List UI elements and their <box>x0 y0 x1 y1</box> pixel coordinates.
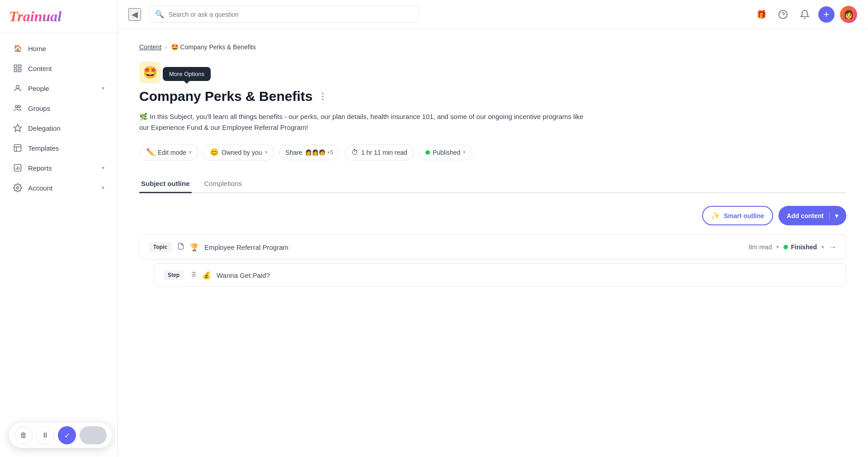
sidebar-label-delegation: Delegation <box>28 124 104 132</box>
smart-outline-label: Smart outline <box>724 212 764 219</box>
tabs: Subject outline Completions <box>139 175 846 193</box>
step-emoji: 💰 <box>202 271 211 280</box>
sidebar-item-content[interactable]: Content <box>4 59 113 78</box>
owned-by-button[interactable]: 😊 Owned by you ▾ <box>203 144 274 161</box>
status-chevron-icon: ▾ <box>463 149 466 155</box>
button-divider <box>829 212 830 219</box>
logo-text: Trainual <box>9 8 61 24</box>
people-icon <box>13 83 23 93</box>
tab-subject-outline[interactable]: Subject outline <box>139 175 192 193</box>
sidebar-item-home[interactable]: 🏠 Home <box>4 39 113 58</box>
file-icon <box>177 243 184 252</box>
add-content-chevron-icon: ▾ <box>835 212 838 219</box>
read-time-label: 1 hr 11 min read <box>361 149 407 156</box>
sidebar-item-reports[interactable]: Reports ▾ <box>4 158 113 177</box>
subject-toolbar: ✏️ Edit mode ▾ 😊 Owned by you ▾ Share 👩👩… <box>139 144 846 161</box>
edit-mode-button[interactable]: ✏️ Edit mode ▾ <box>139 144 198 161</box>
more-options-button[interactable] <box>318 91 328 101</box>
breadcrumb-parent[interactable]: Content <box>139 43 161 51</box>
topic-title: Employee Referral Program <box>204 243 288 251</box>
content-icon <box>13 63 23 73</box>
chevron-down-icon-account: ▾ <box>102 185 104 191</box>
owned-by-chevron-icon: ▾ <box>265 149 268 155</box>
notifications-button[interactable] <box>797 6 813 23</box>
smart-outline-button[interactable]: ✨ Smart outline <box>702 206 773 225</box>
add-content-button[interactable]: Add content ▾ <box>778 206 846 225</box>
finished-dot-icon <box>783 245 788 249</box>
sidebar-item-templates[interactable]: Templates <box>4 138 113 157</box>
gift-button[interactable]: 🎁 <box>753 6 769 23</box>
share-button[interactable]: Share 👩👩🧑 +5 <box>279 145 340 160</box>
status-button[interactable]: Published ▾ <box>419 145 473 160</box>
clock-icon: ⏱ <box>351 148 359 157</box>
sidebar-item-account[interactable]: Account ▾ <box>4 178 113 197</box>
sidebar-label-groups: Groups <box>28 105 104 112</box>
sidebar-item-people[interactable]: People ▾ <box>4 79 113 98</box>
search-input[interactable] <box>169 11 413 18</box>
svg-rect-3 <box>19 69 21 72</box>
svg-point-5 <box>15 105 18 108</box>
svg-point-18 <box>323 96 324 97</box>
breadcrumb-separator: › <box>165 43 167 51</box>
delegation-icon <box>13 123 23 133</box>
sidebar: Trainual 🏠 Home Content People ▾ Groups <box>0 0 118 457</box>
navigate-arrow-button[interactable]: → <box>829 243 837 252</box>
sidebar-label-account: Account <box>28 184 96 192</box>
status-chevron-button[interactable]: ▾ <box>821 244 824 250</box>
templates-icon <box>13 143 23 153</box>
logo[interactable]: Trainual <box>0 0 117 33</box>
svg-point-20 <box>323 99 324 100</box>
sidebar-nav: 🏠 Home Content People ▾ Groups <box>0 33 117 457</box>
list-item: Step 💰 Wanna Get Paid? <box>154 263 846 287</box>
step-title: Wanna Get Paid? <box>217 271 270 279</box>
extra-button[interactable] <box>80 426 107 444</box>
tab-completions[interactable]: Completions <box>203 175 244 193</box>
sidebar-item-delegation[interactable]: Delegation <box>4 119 113 138</box>
collapse-sidebar-button[interactable]: ◀ <box>128 8 141 21</box>
topic-badge: Topic <box>149 242 172 252</box>
svg-rect-1 <box>19 65 21 68</box>
subject-emoji: 🤩 <box>139 62 161 83</box>
table-row: Topic 🏆 Employee Referral Program 8m rea… <box>139 234 846 260</box>
main-area: ◀ 🔍 🎁 + 👩 Content › 🤩 Company Perks & Be… <box>118 0 868 457</box>
step-badge: Step <box>163 270 184 280</box>
search-icon: 🔍 <box>155 10 164 19</box>
delete-button[interactable]: 🗑 <box>14 426 33 444</box>
bottom-toolbar: 🗑 ⏸ ✓ <box>9 423 112 448</box>
read-time-button[interactable]: ⏱ 1 hr 11 min read <box>344 144 414 161</box>
avatar[interactable]: 👩 <box>840 6 857 23</box>
breadcrumb: Content › 🤩 Company Perks & Benefits <box>139 43 846 51</box>
share-label: Share <box>286 149 302 156</box>
svg-rect-8 <box>14 145 21 152</box>
content-actions: ✨ Smart outline Add content ▾ <box>139 206 846 225</box>
svg-rect-0 <box>14 65 17 68</box>
edit-mode-chevron-icon: ▾ <box>189 149 192 155</box>
subject-title-row: Company Perks & Benefits More Options <box>139 89 846 104</box>
subject-description: 🌿 In this Subject, you'll learn all thin… <box>139 111 591 133</box>
topic-emoji: 🏆 <box>190 243 199 252</box>
read-time-chevron-button[interactable]: ▾ <box>776 244 779 250</box>
pause-button[interactable]: ⏸ <box>36 426 54 444</box>
status-label: Published <box>433 149 461 156</box>
create-button[interactable]: + <box>818 6 835 23</box>
subject-title: Company Perks & Benefits <box>139 89 312 104</box>
reports-icon <box>13 163 23 173</box>
svg-rect-2 <box>14 69 17 72</box>
sidebar-item-groups[interactable]: Groups <box>4 99 113 118</box>
chevron-down-icon-reports: ▾ <box>102 165 104 171</box>
status-dot-icon <box>425 150 430 155</box>
topic-meta: 8m read ▾ Finished ▾ → <box>749 243 837 252</box>
more-options-tooltip: More Options <box>163 67 211 81</box>
edit-icon: ✏️ <box>146 148 155 157</box>
sidebar-label-templates: Templates <box>28 144 104 152</box>
status-badge: Finished <box>783 243 817 251</box>
list-icon <box>189 271 197 280</box>
account-icon <box>13 183 23 193</box>
owner-icon: 😊 <box>210 148 219 157</box>
help-button[interactable] <box>775 6 791 23</box>
sidebar-label-people: People <box>28 85 96 92</box>
home-icon: 🏠 <box>13 43 23 53</box>
chevron-down-icon: ▾ <box>102 85 104 91</box>
sidebar-label-home: Home <box>28 45 104 52</box>
check-button[interactable]: ✓ <box>58 426 76 444</box>
